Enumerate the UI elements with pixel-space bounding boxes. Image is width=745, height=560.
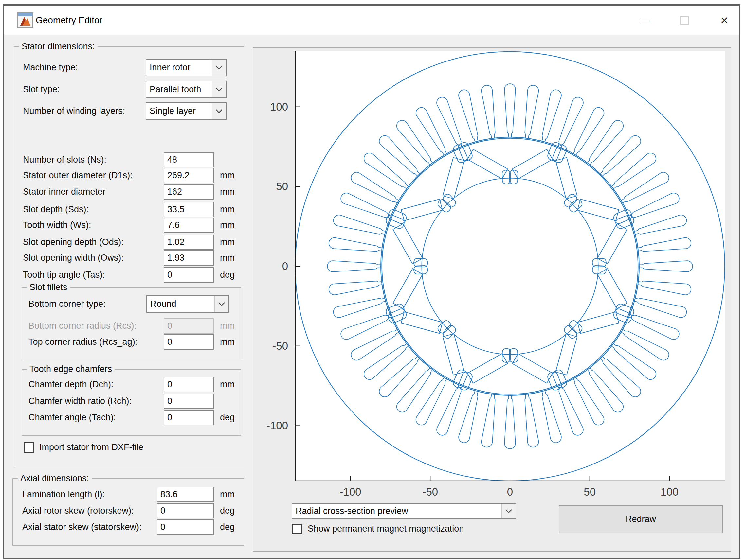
title-bar: Geometry Editor — ✕ <box>4 6 739 35</box>
machine-type-select-value: Inner rotor <box>146 63 212 73</box>
stator-field-7-label: Tooth tip angle (Tas): <box>23 270 105 280</box>
axial-field-2-unit-label: deg <box>220 522 235 532</box>
winding-layers-select-label: Number of winding layers: <box>23 106 125 116</box>
slot-fillets-field-1-input[interactable] <box>164 334 214 350</box>
chamfer-field-1-input[interactable] <box>164 393 214 409</box>
redraw-button[interactable]: Redraw <box>559 505 723 533</box>
slot-type-select-label: Slot type: <box>23 84 60 95</box>
slot-fillets-group-title: Slot fillets <box>27 282 70 292</box>
chevron-down-icon <box>215 109 223 113</box>
axial-field-0-label: Lamination length (l): <box>22 489 105 499</box>
minimize-button[interactable]: — <box>635 11 654 29</box>
slot-fillets-field-0-unit-label: mm <box>220 321 235 331</box>
stator-field-3-input[interactable] <box>164 202 214 217</box>
stator-field-0-label: Number of slots (Ns): <box>23 155 106 165</box>
stator-field-4-input[interactable] <box>164 217 214 233</box>
bottom-corner-type-select-dropdown-button[interactable] <box>215 296 228 312</box>
chamfer-field-1-label: Chamfer width ratio (Rch): <box>29 396 132 406</box>
stator-field-5-label: Slot opening depth (Ods): <box>23 237 124 247</box>
stator-field-6-unit-label: mm <box>220 253 235 263</box>
stator-field-3-unit-label: mm <box>220 204 235 215</box>
screenshot-root: Geometry Editor — ✕ Stator dimensions: S… <box>0 0 745 560</box>
chevron-down-icon <box>505 509 512 513</box>
machine-type-select[interactable]: Inner rotor <box>145 59 227 76</box>
close-button[interactable]: ✕ <box>715 11 734 29</box>
stator-field-7-unit-label: deg <box>220 270 235 280</box>
axial-field-2-input[interactable] <box>157 519 214 535</box>
stator-field-1-unit-label: mm <box>220 170 235 181</box>
chamfer-field-0-input[interactable] <box>164 377 214 392</box>
stator-field-2-unit-label: mm <box>220 187 235 197</box>
axial-field-1-input[interactable] <box>157 503 214 519</box>
svg-text:100: 100 <box>270 101 288 113</box>
chevron-down-icon <box>218 302 225 306</box>
stator-field-2-label: Stator inner diameter <box>23 187 105 197</box>
axial-field-1-label: Axial rotor skew (rotorskew): <box>22 506 134 516</box>
chevron-down-icon <box>215 88 223 92</box>
chevron-down-icon <box>215 65 223 70</box>
slot-type-select-value: Parallel tooth <box>146 84 212 95</box>
machine-type-select-label: Machine type: <box>23 63 78 73</box>
stator-field-5-unit-label: mm <box>220 237 235 247</box>
show-pm-magnetization-label: Show permanent magnet magnetization <box>308 524 464 534</box>
maximize-button[interactable] <box>675 11 693 29</box>
axial-field-1-unit-label: deg <box>220 506 235 516</box>
maximize-icon <box>680 16 689 25</box>
chamfer-field-2-input[interactable] <box>164 410 214 425</box>
import-dxf-checkbox[interactable] <box>24 442 34 453</box>
slot-fillets-field-0-label: Bottom corner radius (Rcs): <box>29 321 136 331</box>
axial-field-0-input[interactable] <box>157 487 214 502</box>
slot-fillets-field-0-input <box>164 318 214 334</box>
svg-text:50: 50 <box>584 486 596 498</box>
preview-mode-select[interactable]: Radial cross-section preview <box>292 503 516 519</box>
stator-field-1-label: Stator outer diameter (D1s): <box>23 170 133 181</box>
import-dxf-label: Import stator from DXF-file <box>39 442 143 452</box>
bottom-corner-type-select[interactable]: Round <box>146 295 229 313</box>
stator-field-4-unit-label: mm <box>220 220 235 230</box>
matlab-app-icon <box>18 12 33 28</box>
stator-field-6-label: Slot opening width (Ows): <box>23 253 124 263</box>
axial-field-2-label: Axial stator skew (statorskew): <box>22 522 142 532</box>
stator-field-2-input[interactable] <box>164 184 214 200</box>
svg-text:-100: -100 <box>266 419 288 431</box>
stator-dimensions-group-title: Stator dimensions: <box>19 41 98 52</box>
svg-text:0: 0 <box>282 260 288 272</box>
chamfer-field-0-unit-label: mm <box>220 379 235 390</box>
stator-field-3-label: Slot depth (Sds): <box>23 204 89 215</box>
svg-text:-50: -50 <box>272 340 288 352</box>
slot-type-select[interactable]: Parallel tooth <box>145 81 227 98</box>
stator-field-7-input[interactable] <box>164 267 214 283</box>
axial-field-0-unit-label: mm <box>220 489 235 499</box>
machine-type-select-dropdown-button[interactable] <box>212 60 226 76</box>
show-pm-magnetization-checkbox[interactable] <box>292 524 302 534</box>
chamfer-field-2-unit-label: deg <box>220 413 235 423</box>
slot-fillets-field-1-unit-label: mm <box>220 337 235 347</box>
svg-text:-100: -100 <box>340 486 361 498</box>
winding-layers-select[interactable]: Single layer <box>145 102 227 120</box>
stator-field-4-label: Tooth width (Ws): <box>23 220 91 230</box>
stator-field-6-input[interactable] <box>164 250 214 266</box>
slot-fillets-field-1-label: Top corner radius (Rcs_ag): <box>29 337 137 347</box>
svg-text:100: 100 <box>660 486 679 498</box>
window-title: Geometry Editor <box>36 15 102 26</box>
winding-layers-select-value: Single layer <box>146 106 212 116</box>
bottom-corner-type-select-label: Bottom corner type: <box>29 299 106 309</box>
svg-text:0: 0 <box>507 486 513 498</box>
stator-field-5-input[interactable] <box>164 235 214 250</box>
chamfer-field-0-label: Chamfer depth (Dch): <box>29 379 114 390</box>
tooth-edge-chamfers-group-title: Tooth edge chamfers <box>27 364 115 374</box>
axial-dimensions-group-title: Axial dimensions: <box>18 473 92 484</box>
bottom-corner-type-select-value: Round <box>147 299 215 309</box>
winding-layers-select-dropdown-button[interactable] <box>212 103 226 119</box>
stator-field-0-input[interactable] <box>164 152 214 168</box>
preview-mode-dropdown-button[interactable] <box>501 504 516 518</box>
svg-text:50: 50 <box>276 180 288 193</box>
stator-field-1-input[interactable] <box>164 168 214 183</box>
preview-mode-value: Radial cross-section preview <box>292 506 501 516</box>
svg-text:-50: -50 <box>422 486 438 498</box>
cross-section-plot: -100-50050100100500-50-100 <box>253 47 731 552</box>
chamfer-field-2-label: Chamfer angle (Tach): <box>29 413 116 423</box>
slot-type-select-dropdown-button[interactable] <box>212 81 226 98</box>
